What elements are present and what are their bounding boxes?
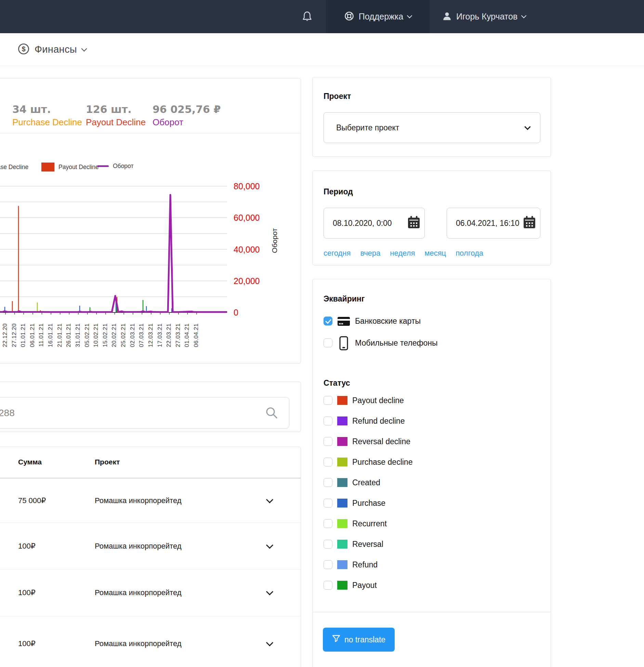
date-from-input[interactable]: 08.10.2020, 0:00: [324, 208, 425, 239]
stat-value: 34 шт.: [12, 103, 82, 116]
search-icon[interactable]: [265, 406, 278, 419]
x-axis-label: 25.02.21: [120, 323, 127, 347]
option-label: Банковские карты: [355, 317, 421, 326]
expand-row-chevron-icon[interactable]: [266, 496, 273, 503]
x-axis-label: 11.01.21: [38, 323, 45, 347]
mobile-phones-checkbox[interactable]: [324, 338, 332, 347]
support-label: Поддержка: [359, 12, 403, 22]
expand-row-chevron-icon[interactable]: [266, 639, 273, 646]
transactions-table-card: Сумма Проект 75 000₽ Ромашка инкорпорейт…: [0, 447, 301, 667]
status-color-swatch: [337, 396, 347, 405]
chevron-down-icon[interactable]: [81, 46, 87, 51]
status-checkbox[interactable]: [324, 581, 332, 590]
status-checkbox[interactable]: [324, 396, 332, 405]
chart-card: 34 шт. Purchase Decline 126 шт. Payout D…: [0, 78, 301, 363]
user-menu[interactable]: Игорь Курчатов: [430, 0, 526, 33]
legend-label: Payout Decline: [58, 164, 99, 171]
project-filter-title: Проект: [324, 92, 351, 101]
bank-cards-checkbox[interactable]: [324, 317, 332, 325]
x-axis-label: 07.03.21: [138, 323, 145, 347]
stat-label: Payout Decline: [86, 116, 146, 128]
search-card: 288: [0, 382, 301, 432]
status-label: Created: [352, 478, 380, 487]
status-option-reversal[interactable]: Reversal: [313, 535, 551, 553]
y-axis-tick-label: 60,000: [234, 213, 260, 223]
chart-y-axis-title: Оборот: [271, 228, 279, 253]
status-checkbox[interactable]: [324, 540, 332, 549]
notifications-bell-icon[interactable]: [302, 11, 313, 23]
chevron-down-icon: [521, 13, 527, 18]
status-option-payout[interactable]: Payout: [313, 576, 551, 594]
status-option-refund[interactable]: Refund: [313, 556, 551, 574]
status-option-refund-decline[interactable]: Refund decline: [313, 412, 551, 430]
shortcut-halfyear[interactable]: полгода: [456, 249, 483, 258]
table-row[interactable]: 100₽ Ромашка инкорпорейтед: [0, 616, 301, 667]
legend-item-payout-decline: Payout Decline: [41, 163, 99, 171]
status-color-swatch: [337, 560, 347, 569]
column-header-amount: Сумма: [18, 458, 42, 466]
status-option-purchase-decline[interactable]: Purchase decline: [313, 453, 551, 471]
table-row[interactable]: 100₽ Ромашка инкорпорейтед: [0, 523, 301, 569]
x-axis-label: 15.02.21: [102, 323, 109, 347]
calendar-icon[interactable]: [407, 215, 421, 231]
x-axis-label: 17.03.21: [157, 323, 163, 347]
support-menu[interactable]: Поддержка: [326, 0, 430, 33]
project-select[interactable]: Выберите проект: [324, 112, 540, 143]
status-label: Purchase decline: [352, 458, 412, 467]
expand-row-chevron-icon[interactable]: [266, 541, 273, 549]
shortcut-yesterday[interactable]: вчера: [360, 249, 380, 258]
status-option-payout-decline[interactable]: Payout decline: [313, 392, 551, 409]
status-option-purchase[interactable]: Purchase: [313, 494, 551, 512]
divider: [313, 612, 551, 612]
date-to-input[interactable]: 06.04.2021, 16:10: [447, 208, 540, 239]
status-checkbox[interactable]: [324, 478, 332, 487]
svg-text:$: $: [22, 45, 25, 53]
table-row[interactable]: 100₽ Ромашка инкорпорейтед: [0, 569, 301, 616]
status-checkbox[interactable]: [324, 519, 332, 528]
status-checkbox[interactable]: [324, 416, 332, 425]
status-option-recurrent[interactable]: Recurrent: [313, 515, 551, 533]
status-label: Payout: [352, 581, 377, 590]
expand-row-chevron-icon[interactable]: [266, 588, 273, 595]
status-checkbox[interactable]: [324, 499, 332, 508]
status-color-swatch: [337, 437, 347, 446]
status-checkbox[interactable]: [324, 437, 332, 446]
shortcut-week[interactable]: неделя: [390, 249, 415, 258]
table-row[interactable]: 75 000₽ Ромашка инкорпорейтед: [0, 478, 301, 523]
legend-label: Purchase Decline: [0, 164, 28, 171]
x-axis-label: 01.04.21: [184, 323, 190, 347]
user-name: Игорь Курчатов: [456, 12, 517, 22]
shortcut-today[interactable]: сегодня: [324, 249, 351, 258]
search-input[interactable]: 288: [0, 397, 289, 429]
acquiring-title: Эквайринг: [324, 294, 365, 304]
table-header: Сумма Проект: [0, 447, 301, 478]
user-avatar-icon: [442, 11, 452, 22]
status-option-reversal-decline[interactable]: Reversal decline: [313, 433, 551, 450]
acquiring-option-bank-cards[interactable]: Банковские карты: [313, 312, 551, 330]
status-color-swatch: [337, 416, 347, 425]
apply-filter-button[interactable]: no translate: [323, 628, 395, 652]
status-option-created[interactable]: Created: [313, 474, 551, 491]
acquiring-option-mobile-phones[interactable]: Мобильные телефоны: [313, 334, 551, 352]
x-axis-label: 27.03.21: [175, 323, 182, 347]
cell-amount: 100₽: [18, 542, 36, 551]
search-value: 288: [0, 397, 15, 428]
project-filter-card: Проект Выберите проект: [312, 77, 551, 157]
status-checkbox[interactable]: [324, 560, 332, 569]
stat-value: 96 025,76 ₽: [153, 103, 221, 116]
status-label: Payout decline: [352, 396, 404, 405]
legend-swatch: [41, 163, 54, 171]
stat-payout-decline: 126 шт. Payout Decline: [86, 103, 146, 128]
project-select-value: Выберите проект: [336, 123, 525, 132]
calendar-icon[interactable]: [522, 215, 537, 231]
date-to-value: 06.04.2021, 16:10: [456, 219, 522, 228]
y-axis-tick-label: 0: [234, 308, 238, 318]
divider: [0, 133, 301, 133]
chevron-down-icon: [407, 13, 412, 18]
status-color-swatch: [337, 581, 347, 590]
shortcut-month[interactable]: месяц: [424, 249, 446, 258]
status-color-swatch: [337, 458, 347, 466]
stat-label: Purchase Decline: [12, 116, 82, 128]
status-title: Статус: [324, 379, 350, 388]
status-checkbox[interactable]: [324, 458, 332, 466]
